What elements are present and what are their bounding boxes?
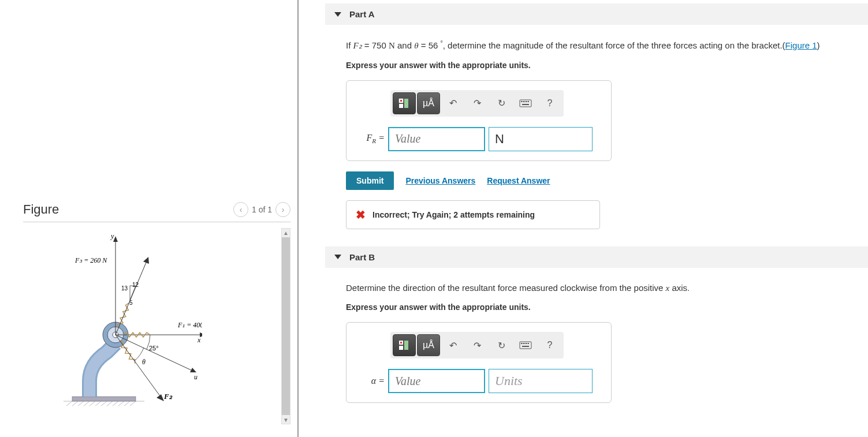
figure-counter: 1 of 1 — [252, 205, 272, 214]
svg-text:u: u — [194, 373, 198, 381]
figure-diagram: y x F₁ = 400 N F₃ = 260 N — [23, 228, 202, 413]
part-a-feedback: ✖ Incorrect; Try Again; 2 attempts remai… — [346, 200, 600, 229]
part-b-value-input[interactable] — [388, 369, 485, 393]
svg-line-4 — [84, 401, 90, 406]
svg-text:θ: θ — [142, 358, 146, 366]
part-b-prompt: Determine the direction of the resultant… — [346, 282, 856, 295]
units-button[interactable]: µÅ — [417, 92, 440, 114]
svg-line-7 — [101, 401, 107, 406]
svg-line-33 — [116, 335, 193, 371]
part-b-instruction: Express your answer with the appropriate… — [346, 302, 856, 312]
svg-line-1 — [66, 401, 72, 406]
part-a-header[interactable]: Part A — [325, 3, 868, 25]
svg-rect-39 — [400, 100, 402, 102]
svg-rect-44 — [523, 101, 524, 102]
undo-button[interactable]: ↶ — [441, 334, 464, 356]
svg-rect-46 — [526, 101, 527, 102]
feedback-text: Incorrect; Try Again; 2 attempts remaini… — [372, 210, 535, 219]
scroll-thumb[interactable] — [282, 237, 290, 415]
part-a-instruction: Express your answer with the appropriate… — [346, 61, 856, 70]
scroll-up-icon[interactable]: ▲ — [282, 229, 290, 237]
part-a-prompt: If F₂ = 750 N and θ = 56 °, determine th… — [346, 39, 856, 53]
svg-text:12: 12 — [132, 282, 139, 288]
question-pane: Part A If F₂ = 750 N and θ = 56 °, deter… — [299, 0, 868, 437]
svg-rect-41 — [399, 104, 403, 108]
units-button[interactable]: µÅ — [417, 334, 440, 356]
help-button[interactable]: ? — [538, 334, 561, 356]
incorrect-icon: ✖ — [356, 208, 366, 222]
help-button[interactable]: ? — [538, 92, 561, 114]
undo-button[interactable]: ↶ — [441, 92, 464, 114]
svg-rect-42 — [520, 100, 531, 107]
svg-text:y: y — [110, 232, 114, 240]
part-b-variable-label: α = — [357, 376, 385, 386]
svg-rect-45 — [524, 101, 526, 102]
part-b-units-input[interactable]: Units — [489, 369, 593, 393]
svg-text:F₁ = 400 N: F₁ = 400 N — [177, 321, 202, 329]
svg-text:F₃ = 260 N: F₃ = 260 N — [74, 256, 107, 264]
svg-rect-54 — [521, 343, 522, 344]
svg-line-5 — [90, 401, 95, 406]
part-a-answer-box: µÅ ↶ ↷ ↻ ? FR = N — [346, 80, 612, 161]
part-b-title: Part B — [349, 252, 375, 262]
svg-rect-47 — [528, 101, 529, 102]
figure-nav: ‹ 1 of 1 › — [233, 202, 290, 217]
svg-rect-51 — [404, 341, 408, 350]
part-a-units-input[interactable]: N — [489, 127, 593, 151]
part-a-previous-answers-link[interactable]: Previous Answers — [405, 176, 475, 185]
figure-scrollbar[interactable]: ▲ ▼ — [281, 228, 290, 424]
template-picker-button[interactable] — [393, 92, 416, 114]
svg-line-12 — [130, 401, 136, 406]
caret-down-icon — [334, 255, 341, 259]
svg-line-2 — [72, 401, 78, 406]
svg-marker-31 — [157, 394, 164, 401]
svg-line-10 — [118, 401, 124, 406]
svg-line-6 — [95, 401, 101, 406]
keyboard-button[interactable] — [514, 92, 537, 114]
svg-text:x: x — [197, 336, 201, 344]
figure-1-link[interactable]: Figure 1 — [785, 40, 817, 50]
svg-rect-43 — [521, 101, 522, 102]
part-b-answer-box: µÅ ↶ ↷ ↻ ? α = Units — [346, 322, 612, 403]
part-b-toolbar: µÅ ↶ ↷ ↻ ? — [390, 332, 564, 358]
svg-text:F₂: F₂ — [163, 392, 173, 401]
svg-rect-50 — [400, 342, 402, 343]
scroll-down-icon[interactable]: ▼ — [282, 416, 290, 424]
figure-pane: Figure ‹ 1 of 1 › — [0, 0, 297, 437]
svg-line-8 — [107, 401, 113, 406]
svg-rect-58 — [528, 343, 529, 344]
part-a-toolbar: µÅ ↶ ↷ ↻ ? — [390, 90, 564, 117]
svg-text:25°: 25° — [149, 345, 159, 352]
svg-line-9 — [113, 401, 118, 406]
part-a-request-answer-link[interactable]: Request Answer — [487, 176, 550, 185]
figure-title: Figure — [23, 202, 59, 217]
svg-rect-48 — [522, 104, 529, 105]
svg-line-3 — [78, 401, 84, 406]
svg-rect-13 — [72, 397, 136, 401]
svg-rect-59 — [522, 346, 529, 347]
part-a: Part A If F₂ = 750 N and θ = 56 °, deter… — [325, 3, 868, 229]
svg-rect-40 — [404, 99, 408, 108]
svg-rect-57 — [526, 343, 527, 344]
part-b-header[interactable]: Part B — [325, 246, 868, 268]
svg-text:13: 13 — [121, 285, 128, 292]
svg-rect-53 — [520, 342, 531, 349]
redo-button[interactable]: ↷ — [465, 334, 489, 356]
redo-button[interactable]: ↷ — [465, 92, 489, 114]
part-a-submit-button[interactable]: Submit — [346, 171, 394, 190]
template-picker-button[interactable] — [393, 334, 416, 356]
figure-prev-button[interactable]: ‹ — [233, 202, 248, 217]
part-a-value-input[interactable] — [388, 127, 485, 151]
keyboard-button[interactable] — [514, 334, 537, 356]
part-a-variable-label: FR = — [357, 133, 385, 144]
svg-line-24 — [116, 260, 147, 335]
reset-button[interactable]: ↻ — [490, 334, 513, 356]
svg-line-11 — [124, 401, 130, 406]
reset-button[interactable]: ↻ — [490, 92, 513, 114]
part-b: Part B Determine the direction of the re… — [325, 246, 868, 404]
figure-next-button[interactable]: › — [275, 202, 290, 217]
svg-rect-52 — [399, 346, 403, 350]
svg-rect-56 — [524, 343, 526, 344]
part-a-title: Part A — [349, 9, 375, 19]
svg-text:5: 5 — [129, 300, 133, 306]
